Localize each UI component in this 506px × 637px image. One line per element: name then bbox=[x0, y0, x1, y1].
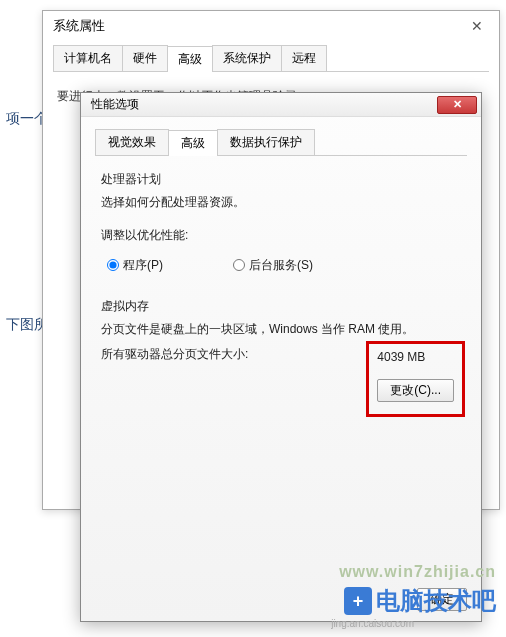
close-icon[interactable]: ✕ bbox=[465, 18, 489, 34]
tab-hardware[interactable]: 硬件 bbox=[122, 45, 168, 71]
radio-services-label: 后台服务(S) bbox=[249, 256, 313, 275]
radio-services-input[interactable] bbox=[233, 259, 245, 271]
radio-services[interactable]: 后台服务(S) bbox=[233, 256, 313, 275]
vm-total-value: 4039 MB bbox=[377, 348, 454, 367]
virtual-memory-section: 虚拟内存 分页文件是硬盘上的一块区域，Windows 当作 RAM 使用。 所有… bbox=[101, 297, 461, 418]
processor-heading: 处理器计划 bbox=[101, 170, 461, 189]
brand-icon bbox=[344, 587, 372, 615]
change-button[interactable]: 更改(C)... bbox=[377, 379, 454, 402]
tab-advanced[interactable]: 高级 bbox=[167, 46, 213, 72]
tab-remote[interactable]: 远程 bbox=[281, 45, 327, 71]
watermark-brand-text: 电脑技术吧 bbox=[376, 585, 496, 617]
watermark-url: www.win7zhijia.cn bbox=[339, 563, 496, 581]
highlight-box: 4039 MB 更改(C)... bbox=[366, 341, 465, 417]
radio-group: 程序(P) 后台服务(S) bbox=[107, 256, 461, 275]
processor-section: 处理器计划 选择如何分配处理器资源。 调整以优化性能: 程序(P) 后台服务(S… bbox=[101, 170, 461, 275]
watermark-sub: jing.an.caisou.com bbox=[331, 618, 414, 629]
tab-computer-name[interactable]: 计算机名 bbox=[53, 45, 123, 71]
window-title-back: 系统属性 bbox=[53, 17, 105, 35]
vm-desc: 分页文件是硬盘上的一块区域，Windows 当作 RAM 使用。 bbox=[101, 320, 461, 339]
titlebar-back: 系统属性 ✕ bbox=[43, 11, 499, 41]
tabs-front: 视觉效果 高级 数据执行保护 bbox=[95, 129, 467, 156]
vm-total-row: 所有驱动器总分页文件大小: 4039 MB 更改(C)... bbox=[101, 345, 461, 417]
close-button[interactable]: ✕ bbox=[437, 96, 477, 114]
content-area: 处理器计划 选择如何分配处理器资源。 调整以优化性能: 程序(P) 后台服务(S… bbox=[81, 156, 481, 453]
optimize-label: 调整以优化性能: bbox=[101, 226, 461, 245]
processor-desc: 选择如何分配处理器资源。 bbox=[101, 193, 461, 212]
performance-options-window: 性能选项 ✕ 视觉效果 高级 数据执行保护 处理器计划 选择如何分配处理器资源。… bbox=[80, 92, 482, 622]
titlebar-front: 性能选项 ✕ bbox=[81, 93, 481, 117]
tabs-back: 计算机名 硬件 高级 系统保护 远程 bbox=[53, 45, 489, 72]
tab-dep[interactable]: 数据执行保护 bbox=[217, 129, 315, 155]
radio-programs-label: 程序(P) bbox=[123, 256, 163, 275]
watermark-brand: 电脑技术吧 bbox=[344, 585, 496, 617]
radio-programs-input[interactable] bbox=[107, 259, 119, 271]
tab-visual-effects[interactable]: 视觉效果 bbox=[95, 129, 169, 155]
vm-heading: 虚拟内存 bbox=[101, 297, 461, 316]
tab-advanced-perf[interactable]: 高级 bbox=[168, 130, 218, 156]
radio-programs[interactable]: 程序(P) bbox=[107, 256, 163, 275]
tab-system-protection[interactable]: 系统保护 bbox=[212, 45, 282, 71]
window-title-front: 性能选项 bbox=[91, 96, 139, 113]
vm-total-label: 所有驱动器总分页文件大小: bbox=[101, 345, 248, 417]
